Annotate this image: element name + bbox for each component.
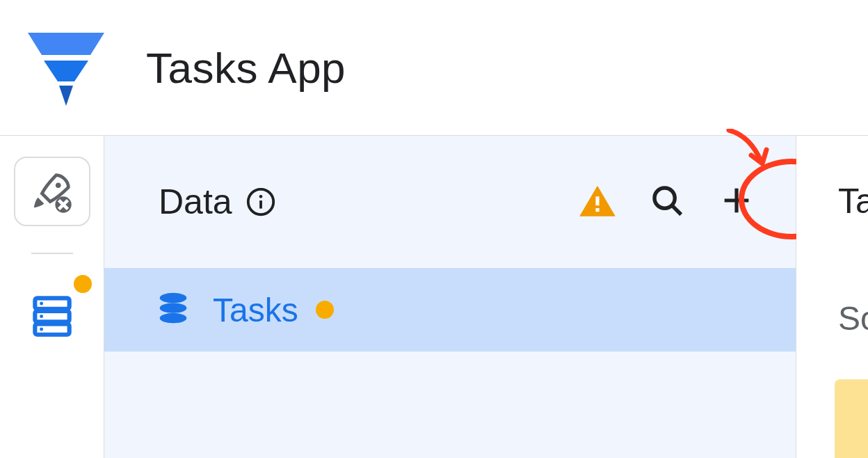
- table-row-tasks[interactable]: Tasks: [104, 268, 796, 352]
- stacked-disks-icon: [153, 290, 193, 330]
- warning-triangle-icon[interactable]: [573, 177, 622, 226]
- svg-rect-12: [595, 208, 599, 212]
- svg-point-9: [259, 195, 262, 198]
- data-panel-actions: [573, 177, 761, 226]
- app-title: Tasks App: [146, 43, 346, 93]
- plus-icon: [718, 182, 755, 221]
- warning-badge-icon: [74, 275, 92, 293]
- info-icon[interactable]: [245, 186, 277, 218]
- svg-point-0: [55, 182, 61, 188]
- svg-line-14: [673, 206, 681, 214]
- right-sub-fragment: So: [838, 299, 868, 338]
- data-panel-header: Data: [104, 136, 796, 268]
- svg-point-13: [654, 188, 675, 208]
- rail-divider: [31, 253, 73, 254]
- right-accent-card: [835, 379, 868, 458]
- deploy-button[interactable]: [14, 157, 90, 226]
- svg-point-17: [160, 293, 187, 303]
- table-status-badge-icon: [316, 301, 334, 319]
- table-name: Tasks: [213, 291, 298, 329]
- left-rail: [0, 136, 104, 458]
- svg-point-6: [40, 315, 43, 318]
- data-panel-title: Data: [159, 182, 232, 222]
- svg-point-7: [40, 328, 43, 331]
- search-icon: [648, 182, 686, 222]
- svg-point-5: [40, 302, 43, 306]
- right-panel: Ta So: [796, 136, 868, 458]
- database-icon: [26, 290, 78, 341]
- add-table-button[interactable]: [712, 177, 761, 226]
- app-header: Tasks App: [0, 0, 868, 136]
- svg-point-18: [160, 303, 187, 313]
- data-panel: Data: [104, 136, 796, 458]
- main-area: Data: [0, 136, 868, 458]
- table-list: Tasks: [104, 268, 796, 352]
- svg-rect-11: [595, 196, 599, 205]
- appsheet-logo-icon: [24, 26, 108, 109]
- data-nav-button[interactable]: [14, 281, 90, 350]
- rocket-icon: [28, 167, 77, 216]
- svg-point-19: [160, 313, 187, 324]
- right-title-fragment: Ta: [838, 182, 868, 221]
- search-button[interactable]: [643, 177, 691, 226]
